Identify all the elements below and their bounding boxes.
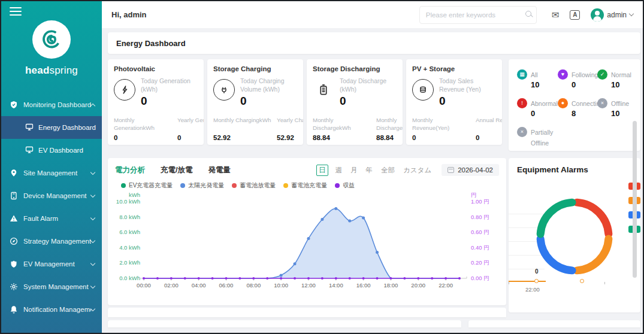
partial-card [108, 320, 461, 327]
svg-text:8.0 kWh: 8.0 kWh [119, 214, 140, 220]
date-value: 2026-04-02 [458, 166, 493, 174]
fault-alarm-icon [10, 214, 18, 223]
legend-item[interactable]: 蓄電池充電量 [283, 181, 327, 190]
menu-toggle-icon[interactable] [10, 7, 22, 16]
stat-card-photovoltaic: Photovoltaic Today Generation (kWh) 0 Mo… [108, 59, 204, 145]
device-status-panel: ▦ All10 ♥ Following0 ✓ Normal10 ! Abnorm… [509, 59, 640, 151]
page-title-bar: Energy Dashboard [108, 32, 640, 54]
svg-text:0.0 kWh: 0.0 kWh [119, 275, 140, 281]
sidebar-item-site-management[interactable]: Site Management [1, 162, 102, 184]
sidebar-item-ev-management[interactable]: EV Management [1, 253, 102, 275]
offline-status-icon: × [597, 98, 607, 108]
tab-charge-discharge[interactable]: 充電/放電 [161, 165, 192, 175]
svg-text:04:00: 04:00 [192, 282, 206, 289]
legend-dot-icon [180, 183, 185, 188]
svg-text:12:00: 12:00 [301, 282, 316, 289]
partial-card [468, 320, 640, 327]
stat-card-storage-discharging: Storage Discharging Today Discharge (kWh… [307, 59, 403, 145]
sidebar-item-ev-dashboard[interactable]: EV Dashboard [1, 139, 102, 162]
period-year[interactable]: 年 [366, 166, 373, 175]
chevron-down-icon [90, 260, 95, 265]
user-menu-chevron-icon[interactable] [629, 11, 634, 16]
chevron-down-icon [90, 215, 95, 220]
language-icon[interactable]: A [570, 10, 580, 20]
brand-logo: headspring [1, 20, 102, 77]
period-week[interactable]: 週 [335, 166, 343, 175]
svg-text:08:00: 08:00 [246, 282, 261, 289]
period-month[interactable]: 月 [350, 166, 358, 175]
svg-text:0.80 円: 0.80 円 [471, 214, 489, 220]
plug-icon [213, 79, 235, 101]
svg-text:16:00: 16:00 [356, 282, 371, 289]
status-following[interactable]: ♥ Following0 [558, 69, 597, 89]
svg-text:10:00: 10:00 [274, 282, 288, 289]
mail-icon[interactable]: ✉ [552, 10, 560, 20]
abnormal-status-icon: ! [517, 98, 527, 108]
notification-management-icon [10, 305, 18, 314]
sidebar-item-strategy-management[interactable]: Strategy Management [1, 230, 102, 253]
status-offline[interactable]: × Offline10 [597, 98, 633, 118]
svg-text:kWh: kWh [129, 192, 140, 198]
svg-text:06:00: 06:00 [219, 282, 234, 289]
tab-generation[interactable]: 発電量 [208, 165, 231, 175]
strategy-management-icon [10, 237, 18, 245]
sidebar-item-device-management[interactable]: Device Management [1, 184, 102, 207]
svg-text:10.0 kWh: 10.0 kWh [116, 198, 140, 205]
period-all[interactable]: 全部 [381, 166, 395, 175]
svg-text:4.0 kWh: 4.0 kWh [119, 244, 140, 251]
period-custom[interactable]: カスタム [403, 166, 431, 175]
svg-text:1.00 円: 1.00 円 [471, 198, 489, 205]
svg-text:円: 円 [471, 192, 477, 198]
connecting-status-icon: ● [558, 98, 568, 108]
device-management-icon [10, 192, 18, 200]
tab-power-analysis[interactable]: 電力分析 [115, 165, 145, 175]
status-abnormal[interactable]: ! Abnormal0 [517, 98, 558, 118]
legend-item[interactable]: EV充電器充電量 [121, 181, 173, 190]
brand-name: headspring [1, 65, 102, 77]
status-partially-offline[interactable]: × Partially Offline Count0 [517, 126, 558, 151]
svg-text:20:00: 20:00 [411, 282, 425, 289]
svg-text:6.0 kWh: 6.0 kWh [119, 229, 140, 235]
legend-item[interactable]: 蓄電池放電量 [232, 181, 276, 190]
chevron-down-icon [90, 306, 95, 311]
sidebar-item-fault-alarm[interactable]: Fault Alarm [1, 207, 102, 230]
page-scrollbar[interactable] [633, 121, 637, 278]
sidebar-item-energy-dashboard[interactable]: Energy Dashboard [1, 116, 102, 139]
username[interactable]: admin [607, 11, 627, 19]
svg-text:0.20 円: 0.20 円 [471, 259, 489, 266]
system-management-icon [10, 283, 18, 291]
search-icon[interactable] [525, 11, 531, 17]
chevron-up-icon [90, 103, 95, 108]
period-day[interactable]: 日 [316, 165, 328, 176]
power-analysis-chart[interactable]: kWh円0.0 kWh2.0 kWh4.0 kWh6.0 kWh8.0 kWh1… [115, 190, 499, 299]
legend-dot-icon [232, 183, 237, 188]
avatar[interactable] [591, 8, 604, 22]
status-all[interactable]: ▦ All10 [517, 69, 558, 89]
sidebar-item-monitoring-dashboard[interactable]: Monitoring Dashboard [1, 93, 102, 116]
following-status-icon: ♥ [558, 69, 568, 80]
legend-item[interactable]: 収益 [335, 181, 355, 190]
alarms-donut-chart[interactable] [509, 169, 640, 312]
site-management-icon [10, 169, 18, 177]
legend-item[interactable]: 太陽光発電量 [180, 181, 224, 190]
search-input[interactable] [419, 6, 537, 24]
legend-dot-icon [335, 183, 340, 188]
lightning-icon [114, 79, 135, 101]
chart-legend: EV充電器充電量太陽光発電量蓄電池放電量蓄電池充電量収益 [121, 181, 499, 190]
logo-icon [32, 20, 71, 59]
energy-dashboard-icon [25, 123, 34, 132]
partially-offline-status-icon: × [517, 127, 527, 137]
sidebar-item-system-management[interactable]: System Management [1, 275, 102, 298]
ev-dashboard-icon [25, 145, 34, 155]
svg-text:2.0 kWh: 2.0 kWh [119, 259, 140, 266]
stat-card-storage-charging: Storage Charging Today Charging Volume (… [207, 59, 303, 145]
main-area: Hi, admin ✉ A admin Energy Dashboard Pho… [102, 1, 643, 333]
date-picker[interactable]: 2026-04-02 [442, 164, 499, 176]
svg-text:14:00: 14:00 [329, 282, 343, 289]
power-analysis-card: 電力分析 充電/放電 発電量 日 週 月 年 全部 カスタム 2026-04-0… [108, 158, 506, 305]
battery-icon [313, 79, 334, 101]
status-normal[interactable]: ✓ Normal10 [597, 69, 633, 89]
status-connecting[interactable]: ● Connecting8 [558, 98, 597, 118]
svg-text:0.60 円: 0.60 円 [471, 229, 489, 235]
sidebar-item-notification-management[interactable]: Notification Management [1, 298, 102, 321]
